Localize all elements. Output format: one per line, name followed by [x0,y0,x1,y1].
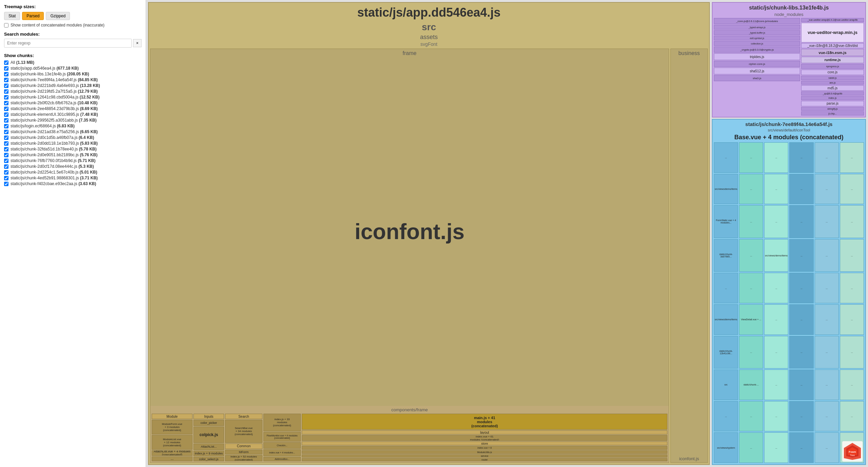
chunk-checkbox-10[interactable] [4,118,8,123]
chunk-checkbox-3[interactable] [4,78,8,82]
chunk-name: static/js/chunk-2d0e9051.bb2189bc.js (5.… [11,152,97,157]
chunk-name: static/js/chunk-4ed52b91.98868301.js (3.… [11,176,98,180]
chunk-checkbox-4[interactable] [4,84,8,88]
chunk-7ee-box: ... [739,401,763,432]
chunk-name: static/js/chunk-libs.13e1fe4b.js (208.05… [11,72,89,76]
chunk-7ee-box: ... [815,336,839,369]
chunk-7ee-box: ... [789,304,813,335]
chunk-checkbox-6[interactable] [4,95,8,100]
chunk-checkbox-13[interactable] [4,136,8,140]
chunk-7ee-box: src [714,370,738,400]
chunk-7ee-box: ... [815,142,839,173]
libs-grid: _core-js@2.6.11@core-js/modules _typed-a… [713,18,865,117]
search-clear-button[interactable]: × [133,39,142,47]
chunk-name: static/js/chunk-32fda51d.1b78ee40.js (5.… [11,147,96,151]
vue-ueditor-wrap-box: vue-ueditor-wrap.min.js [801,23,864,43]
chunk-item: static/js/chunk-76fb7760.0f1b4b9d.js (5.… [4,158,142,163]
frame-row: frame iconfont.js components/frame Modul… [149,47,709,464]
chunk-checkbox-15[interactable] [4,147,8,151]
chunk-checkbox-21[interactable] [4,182,8,186]
app-treemap[interactable]: static/js/app.dd546ea4.js src assets svg… [148,2,710,465]
components-frame-area: components/frame Module ModuleForm.vue+ … [150,406,669,463]
chunk-name: static/js/app.dd546ea4.js (677.18 KB) [11,66,79,71]
gzipped-button[interactable]: Gzipped [46,12,70,20]
chunk-checkbox-17[interactable] [4,159,8,163]
store-label-box: store [302,442,667,445]
chunk-checkbox-12[interactable] [4,130,8,134]
jt-chip-box: jt.chip... [801,111,864,115]
concat-modules-label: Show content of concatenated modules (in… [11,23,105,28]
chunk-7ee-box: ... [840,174,864,204]
chunk-checkbox-0[interactable] [4,60,8,65]
app-treemap-title: static/js/app.dd546ea4.js [149,3,709,21]
chunk-item: static/js/chunk-2d2254c1.5e67c40b.js (5.… [4,170,142,175]
rabbit-box: rabbit.js [801,76,864,80]
chunk-name: static/js/chunk-2d0dd118.1e1bb793.js (5.… [11,141,98,146]
cipher-core-box: cipher-core.js [714,61,800,67]
address-box: AddressBox... [263,457,301,461]
chunk-7ee-box: ... [815,273,839,303]
common-label-box: Common [225,444,262,449]
chunk-7ee-box: ... [739,174,763,204]
chunk-7ee-box: ... [764,336,788,369]
chunk-libs-treemap[interactable]: static/js/chunk-libs.13e1fe4b.js node_mo… [712,2,866,118]
chunk-7ee-box: ... [815,239,839,272]
nprogress-box: nprogress.js [801,64,864,69]
chunk-7ee-box: ... [789,174,813,204]
chunk-checkbox-19[interactable] [4,170,8,175]
chunk-7ee-box: ... [764,273,788,303]
chunk-7ee-box: ... [739,432,763,463]
concat-modules-checkbox[interactable] [4,23,8,28]
chunk-name: static/js/chunk-7ee89f4a.14e6a54f.js (84… [11,77,98,82]
chunk-7ee-box: ... [739,336,763,369]
chunk-7ee-box: ... [840,205,864,238]
searchbar-box: SearchBar.vue+ 34 modules(concatenated) [225,420,262,443]
chunk-name: static/js/chunk-2b0f02cb.6fb6762a.js (10… [11,101,97,105]
chunk-7ee-grid: ..................src/views/demo/items..… [713,142,865,464]
crypto-box: _crypto-js@3.3.0@crypto-js [714,47,800,53]
chunk-checkbox-11[interactable] [4,124,8,128]
chunk-checkbox-2[interactable] [4,72,8,76]
chunk-7ee-box: ... [840,142,864,173]
sidebar: Treemap sizes: Stat Parsed Gzipped Show … [0,0,146,467]
chunk-item: static/js/chunk-2ee48854.23d79b3b.js (8.… [4,106,142,111]
parsed-button[interactable]: Parsed [22,12,44,20]
src-views-label: src/views/default/iconTool [713,128,865,132]
color-select-box: color_select.js [193,457,224,461]
chunk-item: static/js/chunk-f402cbae.e93ec2aa.js (3.… [4,181,142,186]
chunk-7ee-box: ... [840,401,864,432]
module-label-box: Module [152,414,192,419]
chunk-item: static/js/chunk-299562f5.a3051abb.js (7.… [4,118,142,123]
chunk-7ee-box: ... [789,336,813,369]
chunk-checkbox-1[interactable] [4,66,8,71]
vue-ueditor-pkg-box: _vue-ueditor-wrap@2.4.2@vue-ueditor-wrap… [801,18,864,22]
vue-i18n-box: vue-i18n.esm.js [801,49,864,56]
sha512-box: sha512.js [714,68,800,74]
index8-box: index.vue + 8 [302,446,667,450]
chunk-name: static/js/chunk-12641c98.cbd5004a.js (12… [11,95,99,100]
chunk-checkbox-9[interactable] [4,112,8,117]
chunk-checkbox-7[interactable] [4,101,8,105]
chunk-7ee-treemap[interactable]: static/js/chunk-7ee89f4a.14e6a54f.js src… [712,119,866,465]
chunk-checkbox-16[interactable] [4,153,8,157]
chunk-7ee-box: ... [764,174,788,204]
chunk-checkbox-5[interactable] [4,89,8,94]
vue-i18n-pkg-box: _vue-i18n@8.18.2@vue-i18n/dist [801,43,864,48]
chunk-item: static/js/chunk-2d21ad38.e75a5256.js (6.… [4,129,142,134]
chunk-checkbox-14[interactable] [4,141,8,146]
chunk-checkbox-20[interactable] [4,176,8,180]
chunk-item: static/js/chunk-32fda51d.1b78ee40.js (5.… [4,147,142,151]
chunk-checkbox-8[interactable] [4,107,8,111]
chunk-item: static/js/chunk-2d0dd118.1e1bb793.js (5.… [4,141,142,146]
chunk-item: static/js/chunk-4ed52b91.98868301.js (3.… [4,176,142,180]
chunk-item: static/js/app.dd546ea4.js (677.18 KB) [4,66,142,71]
right-panel: static/js/chunk-libs.13e1fe4b.js node_mo… [712,0,868,467]
chunk-checkbox-18[interactable] [4,164,8,169]
chunk-7ee-box: ... [739,205,763,238]
chunk-7ee-box: ... [815,432,839,463]
search-input[interactable] [4,39,132,48]
stat-button[interactable]: Stat [4,12,20,20]
collection-box: collection.js [714,41,800,46]
search-row: × [4,39,142,48]
chunk-7ee-box: ... [764,142,788,173]
